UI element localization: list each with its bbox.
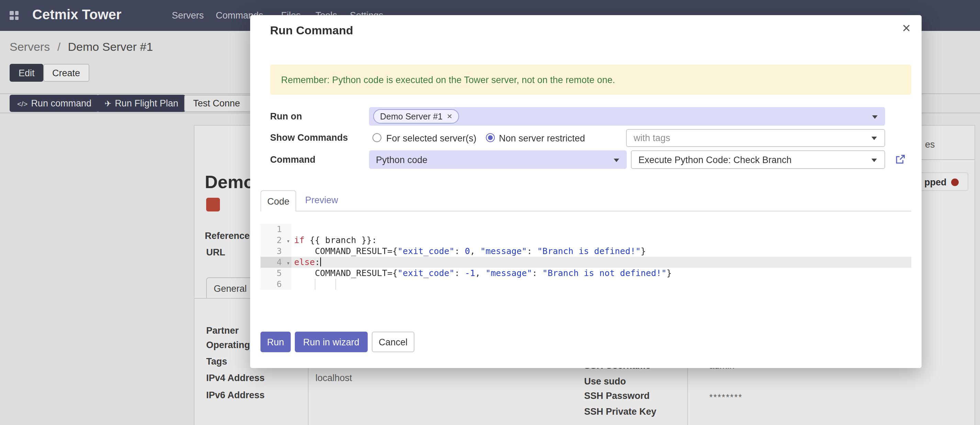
editor-gutter: 12▾34▾56 (261, 224, 291, 290)
run-on-label: Run on (270, 111, 302, 122)
code-line[interactable]: if {{ branch }}: (291, 235, 911, 246)
python-warning-alert: Remember: Python code is executed on the… (270, 65, 911, 95)
show-commands-label: Show Commands (270, 133, 348, 143)
radio-non-server-restricted[interactable] (486, 133, 495, 142)
code-line[interactable]: COMMAND_RESULT={"exit_code": 0, "message… (291, 246, 911, 257)
gutter-line-number: 2▾ (261, 235, 291, 246)
run-command-modal: Run Command × Remember: Python code is e… (250, 15, 921, 368)
caret-down-icon[interactable] (872, 136, 877, 140)
code-line[interactable] (291, 224, 911, 235)
gutter-line-number: 3 (261, 246, 291, 257)
gutter-line-number: 5 (261, 268, 291, 279)
command-type-select[interactable]: Python code (369, 151, 627, 169)
external-link-icon[interactable] (895, 154, 906, 165)
gutter-line-number: 4▾ (261, 257, 291, 268)
fold-arrow-icon[interactable]: ▾ (286, 236, 290, 246)
tabs-underline (261, 211, 911, 211)
tab-preview[interactable]: Preview (305, 195, 338, 205)
gutter-line-number: 1 (261, 224, 291, 235)
gutter-line-number: 6 (261, 279, 291, 290)
radio-label-non-server-restricted[interactable]: Non server restricted (499, 133, 585, 143)
close-icon[interactable]: × (902, 20, 911, 36)
tab-code[interactable]: Code (261, 190, 296, 211)
run-on-tags-field[interactable]: Demo Server #1 ✕ (369, 107, 885, 126)
server-tag-chip[interactable]: Demo Server #1 ✕ (373, 109, 460, 124)
code-editor[interactable]: 12▾34▾56 if {{ branch }}: COMMAND_RESULT… (261, 224, 911, 290)
code-line[interactable]: COMMAND_RESULT={"exit_code": -1, "messag… (291, 268, 911, 279)
run-in-wizard-button[interactable]: Run in wizard (295, 331, 368, 352)
command-select[interactable]: Execute Python Code: Check Branch (631, 151, 885, 169)
caret-down-icon[interactable] (872, 115, 878, 119)
command-label: Command (270, 154, 315, 165)
code-line[interactable] (291, 279, 911, 290)
run-button[interactable]: Run (261, 331, 291, 352)
screen: Cetmix Tower Servers Commands Files Tool… (0, 0, 980, 425)
text-cursor (320, 257, 321, 266)
fold-arrow-icon[interactable]: ▾ (286, 257, 290, 268)
caret-down-icon[interactable] (872, 158, 877, 162)
viewport: Cetmix Tower Servers Commands Files Tool… (0, 0, 980, 425)
cancel-button[interactable]: Cancel (372, 331, 414, 352)
with-tags-select[interactable]: with tags (626, 129, 885, 147)
remove-tag-icon[interactable]: ✕ (447, 113, 453, 120)
modal-title: Run Command (270, 24, 353, 38)
radio-for-selected-servers[interactable] (372, 133, 382, 142)
code-line[interactable]: else: (291, 257, 911, 268)
radio-label-for-selected-servers[interactable]: For selected server(s) (386, 133, 477, 143)
editor-code-area[interactable]: if {{ branch }}: COMMAND_RESULT={"exit_c… (291, 224, 911, 290)
caret-down-icon[interactable] (614, 158, 619, 162)
